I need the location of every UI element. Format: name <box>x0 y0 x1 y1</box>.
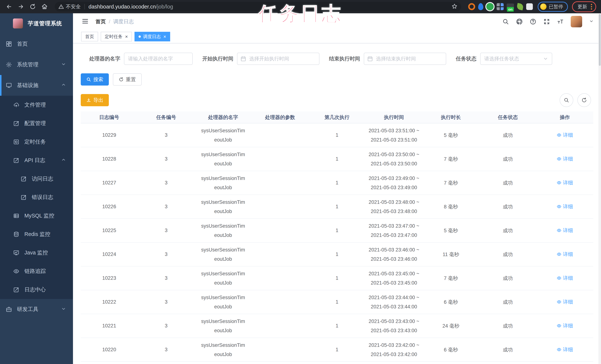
chevron-up-icon <box>61 157 66 163</box>
bookmark-star-icon[interactable] <box>451 3 457 10</box>
tab-定时任务[interactable]: 定时任务× <box>101 32 132 41</box>
sidebar-item-文件管理[interactable]: 文件管理 <box>0 96 73 114</box>
fullscreen-icon[interactable] <box>543 18 550 25</box>
execute-time-cell: 2021-05-03 23:42:00 ~2021-05-03 23:42:00 <box>365 338 422 362</box>
sidebar-item-访问日志[interactable]: 访问日志 <box>0 170 73 188</box>
green-badge-extension-icon[interactable] <box>486 3 494 10</box>
tags-view: 首页定时任务×调度日志× <box>73 30 601 43</box>
sidebar-item-配置管理[interactable]: 配置管理 <box>0 114 73 133</box>
eye-icon <box>557 276 561 281</box>
forward-icon[interactable] <box>17 2 25 11</box>
puzzle-extension-icon[interactable] <box>526 3 533 10</box>
reset-button[interactable]: 重置 <box>113 73 142 86</box>
sidebar-item-日志中心[interactable]: 日志中心 <box>0 281 73 299</box>
job-status-select[interactable]: 请选择任务状态 <box>480 53 552 65</box>
breadcrumb-home[interactable]: 首页 <box>96 18 106 25</box>
column-header: 执行时间 <box>365 111 422 123</box>
action-cell: 详细 <box>536 338 593 362</box>
close-tab-icon[interactable]: × <box>163 34 166 39</box>
sidebar-item-错误日志[interactable]: 错误日志 <box>0 188 73 207</box>
sidebar-item-MySQL 监控[interactable]: MySQL 监控 <box>0 207 73 225</box>
proxy-on-extension-icon[interactable]: on <box>507 3 514 10</box>
end-time-input[interactable] <box>364 53 446 65</box>
sidebar-item-首页[interactable]: 首页 <box>0 34 73 54</box>
begin-time-input[interactable] <box>237 53 320 65</box>
job-id-cell: 3 <box>138 243 195 266</box>
scrollbar-thumb[interactable] <box>599 14 601 66</box>
execute-time-cell: 2021-05-03 23:47:00 ~2021-05-03 23:47:00 <box>365 219 422 243</box>
browser-update-button[interactable]: 更新 <box>572 1 596 12</box>
font-size-icon[interactable] <box>557 18 564 25</box>
avatar[interactable] <box>571 16 582 27</box>
blue-drop-extension-icon[interactable] <box>478 3 483 10</box>
tab-调度日志[interactable]: 调度日志× <box>134 32 170 41</box>
active-dot-icon <box>139 35 141 38</box>
security-chip[interactable]: 不安全 <box>58 3 81 10</box>
warning-icon <box>58 4 64 10</box>
sidebar-item-基础设施[interactable]: 基础设施 <box>0 75 73 96</box>
detail-link[interactable]: 详细 <box>557 275 573 281</box>
dashboard-icon <box>6 41 12 47</box>
scrollbar[interactable] <box>598 13 601 364</box>
github-icon[interactable] <box>516 18 523 25</box>
paused-extension-badge[interactable]: 已暂停 <box>538 2 568 12</box>
orange-ring-extension-icon[interactable] <box>468 3 475 10</box>
sidebar-item-定时任务[interactable]: 定时任务 <box>0 133 73 151</box>
job-id-cell: 3 <box>138 195 195 219</box>
chevron-down-icon[interactable] <box>589 19 594 24</box>
detail-link[interactable]: 详细 <box>557 179 573 186</box>
emoji-face-icon <box>540 3 547 10</box>
duration-cell: 11 毫秒 <box>422 243 479 266</box>
address-bar[interactable]: 不安全 dashboard.yudao.iocoder.cn/job/log <box>55 2 461 11</box>
job-id-cell: 3 <box>138 147 195 171</box>
detail-link[interactable]: 详细 <box>557 227 573 234</box>
sidebar-item-API 日志[interactable]: API 日志 <box>0 151 73 170</box>
sidebar-item-研发工具[interactable]: 研发工具 <box>0 299 73 320</box>
detail-link[interactable]: 详细 <box>557 132 573 138</box>
close-tab-icon[interactable]: × <box>125 34 128 39</box>
home-icon[interactable] <box>40 2 49 11</box>
status-cell: 成功 <box>480 338 536 362</box>
filter-form: 处理器的名字 开始执行时间 结束执行时间 <box>81 53 593 65</box>
eye-icon <box>557 300 561 304</box>
hamburger-icon[interactable] <box>81 18 89 26</box>
sidebar-item-Redis 监控[interactable]: Redis 监控 <box>0 225 73 243</box>
help-icon[interactable] <box>530 18 536 25</box>
table-row: 102253sysUserSessionTimeoutJob12021-05-0… <box>81 219 593 243</box>
column-header: 日志编号 <box>81 111 138 123</box>
tab-首页[interactable]: 首页 <box>81 32 98 41</box>
detail-link[interactable]: 详细 <box>557 251 573 258</box>
leaf-extension-icon[interactable] <box>516 3 524 10</box>
log-id-cell: 10227 <box>81 171 138 195</box>
detail-link[interactable]: 详细 <box>557 203 573 210</box>
sidebar-item-Java 监控[interactable]: Java 监控 <box>0 243 73 262</box>
column-header: 执行时长 <box>422 111 479 123</box>
export-button[interactable]: 导出 <box>81 94 109 106</box>
execute-time-cell: 2021-05-03 23:51:00 ~2021-05-03 23:51:00 <box>365 123 422 147</box>
eye-icon <box>557 204 561 209</box>
detail-link[interactable]: 详细 <box>557 156 573 162</box>
search-icon[interactable] <box>502 18 509 25</box>
sidebar-item-系统管理[interactable]: 系统管理 <box>0 54 73 75</box>
log-id-cell: 10229 <box>81 123 138 147</box>
status-cell: 成功 <box>480 290 536 314</box>
execute-time-cell: 2021-05-03 23:44:00 ~2021-05-03 23:44:00 <box>365 290 422 314</box>
sidebar-item-链路追踪[interactable]: 链路追踪 <box>0 262 73 281</box>
back-icon[interactable] <box>5 2 13 11</box>
download-icon <box>86 98 91 102</box>
reload-icon[interactable] <box>29 2 37 11</box>
table-row: 102243sysUserSessionTimeoutJob12021-05-0… <box>81 243 593 266</box>
job-id-cell: 3 <box>138 171 195 195</box>
show-search-button[interactable] <box>560 93 573 107</box>
app-logo-row[interactable]: 芋道管理系统 <box>0 13 73 34</box>
kebab-menu-icon[interactable] <box>591 4 592 10</box>
handler-name-input[interactable] <box>124 53 193 65</box>
grid-extension-icon[interactable] <box>497 3 504 10</box>
search-button[interactable]: 搜索 <box>81 73 109 86</box>
timer-icon <box>13 139 20 145</box>
detail-link[interactable]: 详细 <box>557 323 573 329</box>
detail-link[interactable]: 详细 <box>557 346 573 353</box>
handler-name-cell: sysUserSessionTimeoutJob <box>195 314 251 338</box>
refresh-table-button[interactable] <box>577 93 591 107</box>
detail-link[interactable]: 详细 <box>557 299 573 305</box>
